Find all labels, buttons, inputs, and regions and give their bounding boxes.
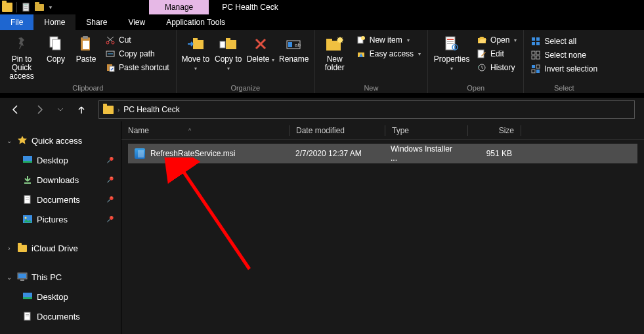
column-date[interactable]: Date modified (290, 126, 385, 135)
tree-downloads[interactable]: Downloads 📍 (0, 170, 121, 190)
svg-rect-17 (226, 38, 230, 41)
copy-path-button[interactable]: Copy path (102, 48, 172, 60)
chevron-down-icon[interactable]: ⌄ (5, 137, 13, 144)
desktop-icon (22, 291, 33, 302)
tab-share[interactable]: Share (75, 14, 118, 30)
tree-pc-desktop[interactable]: Desktop (0, 287, 121, 306)
forward-button[interactable] (33, 103, 46, 116)
sort-indicator-icon: ^ (188, 127, 191, 134)
svg-rect-37 (532, 37, 535, 41)
properties-button[interactable]: Properties ▾ (432, 33, 471, 73)
new-item-label: New item (370, 35, 402, 45)
select-all-button[interactable]: Select all (528, 35, 600, 47)
file-row[interactable]: RefreshRateService.msi 2/7/2020 12:37 AM… (128, 144, 637, 163)
svg-rect-48 (536, 70, 540, 73)
delete-button[interactable]: Delete ▾ (246, 33, 275, 64)
context-tab-manage[interactable]: Manage (149, 0, 209, 14)
history-button[interactable]: History (474, 62, 519, 73)
tree-pictures[interactable]: Pictures 📍 (0, 209, 121, 229)
navigation-bar: › PC Health Ceck (0, 98, 644, 121)
column-name[interactable]: Name^ (121, 126, 289, 135)
svg-rect-23 (326, 39, 332, 41)
copy-to-button[interactable]: Copy to ▾ (213, 33, 244, 73)
svg-rect-8 (83, 41, 89, 49)
tree-desktop-label: Desktop (37, 156, 68, 165)
back-button[interactable] (9, 103, 22, 116)
new-group-label: New (319, 83, 423, 92)
group-new: New folder New item▾ Easy access▾ New (315, 30, 428, 93)
qat-dropdown-icon[interactable]: ▼ (46, 5, 55, 10)
svg-rect-18 (220, 41, 225, 48)
properties-label: Properties (434, 54, 470, 64)
edit-icon (477, 49, 487, 59)
qat-properties-icon[interactable] (21, 2, 32, 12)
move-to-label: Move to (181, 54, 209, 64)
tree-icloud-label: iCloud Drive (32, 243, 78, 253)
chevron-right-icon[interactable]: › (5, 245, 13, 252)
paste-button[interactable]: Paste (72, 33, 100, 64)
easy-access-label: Easy access (370, 49, 414, 58)
svg-point-26 (361, 36, 365, 40)
svg-rect-63 (26, 314, 29, 315)
svg-rect-46 (536, 65, 540, 68)
chevron-down-icon[interactable]: ⌄ (5, 274, 13, 281)
title-bar: ▼ Manage PC Health Ceck (0, 0, 644, 14)
file-type: Windows Installer ... (384, 144, 466, 163)
select-none-button[interactable]: Select none (528, 49, 600, 61)
rename-button[interactable]: ab Rename (278, 33, 311, 64)
group-organize: Move to ▾ Copy to ▾ Delete ▾ ab Rename O… (177, 30, 315, 93)
easy-access-button[interactable]: Easy access▾ (353, 48, 423, 60)
history-icon (477, 62, 487, 73)
breadcrumb-separator-icon[interactable]: › (118, 106, 119, 114)
svg-rect-16 (226, 40, 236, 49)
file-date: 2/7/2020 12:37 AM (289, 149, 384, 158)
svg-rect-30 (447, 41, 454, 42)
svg-rect-47 (532, 70, 535, 73)
ribbon: Pin to Quick access Copy Paste Cut (0, 30, 644, 94)
move-to-button[interactable]: Move to ▾ (181, 33, 211, 73)
tree-desktop[interactable]: Desktop 📍 (0, 150, 121, 170)
qat-newfolder-icon[interactable] (33, 2, 45, 12)
recent-locations-button[interactable] (56, 103, 64, 116)
tree-quick-access[interactable]: ⌄ Quick access (0, 131, 121, 150)
tab-application-tools[interactable]: Application Tools (156, 14, 236, 30)
edit-button[interactable]: Edit (474, 48, 519, 60)
tree-icloud-drive[interactable]: › iCloud Drive (0, 238, 121, 258)
tab-home[interactable]: Home (33, 14, 75, 30)
column-size[interactable]: Size (468, 126, 521, 135)
svg-rect-41 (532, 51, 535, 54)
svg-rect-64 (26, 316, 29, 316)
cut-button[interactable]: Cut (102, 34, 172, 46)
pin-label: Pin to Quick access (4, 55, 39, 81)
column-type[interactable]: Type (385, 126, 467, 135)
tab-file[interactable]: File (0, 14, 33, 30)
new-folder-icon (324, 34, 345, 54)
svg-rect-44 (536, 56, 540, 59)
up-button[interactable] (75, 103, 88, 116)
svg-rect-5 (53, 39, 60, 50)
breadcrumb-current[interactable]: PC Health Ceck (123, 105, 179, 114)
pin-to-quick-access-button[interactable]: Pin to Quick access (4, 33, 39, 81)
folder-icon (17, 243, 28, 253)
invert-selection-label: Invert selection (544, 64, 597, 73)
new-folder-button[interactable]: New folder (319, 33, 351, 72)
tree-pictures-label: Pictures (37, 215, 68, 224)
documents-icon (22, 311, 33, 322)
paste-shortcut-button[interactable]: Paste shortcut (102, 62, 172, 73)
tree-this-pc[interactable]: ⌄ This PC (0, 267, 121, 287)
new-item-button[interactable]: New item▾ (353, 34, 423, 46)
tree-documents[interactable]: Documents 📍 (0, 190, 121, 209)
svg-point-56 (25, 217, 27, 219)
pin-icon (11, 34, 32, 54)
svg-rect-53 (26, 198, 29, 198)
clipboard-group-label: Clipboard (4, 83, 172, 92)
tree-pc-documents[interactable]: Documents (0, 306, 121, 326)
copy-button[interactable]: Copy (42, 33, 70, 64)
copy-label: Copy (47, 55, 65, 64)
invert-selection-button[interactable]: Invert selection (528, 63, 600, 75)
svg-rect-43 (532, 56, 535, 59)
tab-view[interactable]: View (118, 14, 156, 30)
open-button[interactable]: Open▾ (474, 34, 519, 46)
address-bar[interactable]: › PC Health Ceck (98, 100, 635, 119)
copy-path-label: Copy path (119, 49, 155, 58)
